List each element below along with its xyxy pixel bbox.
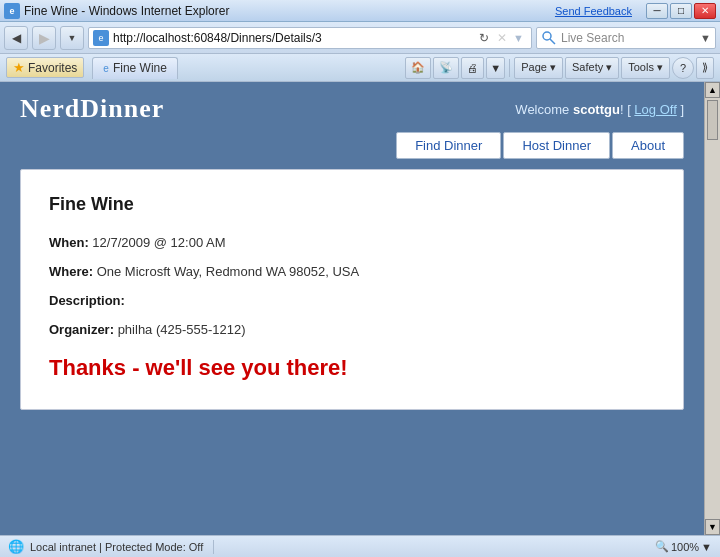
address-bar: ◀ ▶ ▼ e http://localhost:60848/Dinners/D…	[0, 22, 720, 54]
about-button[interactable]: About	[612, 132, 684, 159]
tab-fine-wine[interactable]: e Fine Wine	[92, 57, 178, 79]
svg-line-1	[550, 39, 555, 44]
tools-button[interactable]: Tools ▾	[621, 57, 670, 79]
refresh-button[interactable]: ↻	[476, 31, 492, 45]
scroll-thumb[interactable]	[707, 100, 718, 140]
nd-welcome: Welcome scottgu! [ Log Off ]	[515, 102, 684, 117]
send-feedback-link[interactable]: Send Feedback	[555, 5, 632, 17]
tab-label: Fine Wine	[113, 61, 167, 75]
toolbar-actions: 🏠 📡 🖨 ▼ Page ▾ Safety ▾ Tools ▾ ? ⟫	[405, 57, 714, 79]
scroll-down-button[interactable]: ▼	[705, 519, 720, 535]
when-value: 12/7/2009 @ 12:00 AM	[92, 235, 225, 250]
organizer-value: philha (425-555-1212)	[118, 322, 246, 337]
minimize-button[interactable]: ─	[646, 3, 668, 19]
forward-button[interactable]: ▶	[32, 26, 56, 50]
welcome-suffix: !	[620, 102, 624, 117]
rsvp-message: Thanks - we'll see you there!	[49, 355, 655, 381]
stop-button[interactable]: ✕	[494, 31, 510, 45]
organizer-label: Organizer:	[49, 322, 114, 337]
page-icon: e	[93, 30, 109, 46]
expand-button[interactable]: ⟫	[696, 57, 714, 79]
nd-content-area: Fine Wine When: 12/7/2009 @ 12:00 AM Whe…	[20, 169, 684, 410]
favorites-label: Favorites	[28, 61, 77, 75]
title-bar-left: e Fine Wine - Windows Internet Explorer	[4, 3, 229, 19]
help-button[interactable]: ?	[672, 57, 694, 79]
nerd-dinner-page: NerdDinner Welcome scottgu! [ Log Off ] …	[0, 82, 704, 535]
tab-strip: e Fine Wine	[92, 57, 178, 79]
page-button[interactable]: Page ▾	[514, 57, 563, 79]
where-value: One Microsft Way, Redmond WA 98052, USA	[97, 264, 360, 279]
logoff-link[interactable]: Log Off	[634, 102, 676, 117]
organizer-field: Organizer: philha (425-555-1212)	[49, 322, 655, 337]
back-button[interactable]: ◀	[4, 26, 28, 50]
window-title: Fine Wine - Windows Internet Explorer	[24, 4, 229, 18]
tab-icon: e	[103, 63, 109, 74]
svg-point-0	[543, 32, 551, 40]
search-box[interactable]: Live Search ▼	[536, 27, 716, 49]
description-label: Description:	[49, 293, 125, 308]
zoom-chevron: ▼	[701, 541, 712, 553]
window-controls: ─ □ ✕	[646, 3, 716, 19]
zone-text: Local intranet | Protected Mode: Off	[30, 541, 203, 553]
ie-scroll-area: NerdDinner Welcome scottgu! [ Log Off ] …	[0, 82, 720, 535]
find-dinner-button[interactable]: Find Dinner	[396, 132, 501, 159]
nd-site-title: NerdDinner	[20, 94, 164, 124]
safety-button[interactable]: Safety ▾	[565, 57, 619, 79]
welcome-prefix: Welcome	[515, 102, 573, 117]
search-go-button[interactable]: ▼	[700, 32, 711, 44]
live-search-placeholder: Live Search	[561, 31, 700, 45]
ie-logo: e	[4, 3, 20, 19]
where-label: Where:	[49, 264, 93, 279]
logoff-bracket-close: ]	[677, 102, 684, 117]
recent-pages-button[interactable]: ▼	[60, 26, 84, 50]
nd-header: NerdDinner Welcome scottgu! [ Log Off ]	[0, 82, 704, 132]
where-field: Where: One Microsft Way, Redmond WA 9805…	[49, 264, 655, 279]
description-field: Description:	[49, 293, 655, 308]
dinner-title: Fine Wine	[49, 194, 655, 215]
print-button[interactable]: 🖨	[461, 57, 484, 79]
status-separator	[213, 540, 214, 554]
address-input-wrap[interactable]: e http://localhost:60848/Dinners/Details…	[88, 27, 532, 49]
rss-button[interactable]: 📡	[433, 57, 459, 79]
title-bar: e Fine Wine - Windows Internet Explorer …	[0, 0, 720, 22]
restore-button[interactable]: □	[670, 3, 692, 19]
ie-content-area: NerdDinner Welcome scottgu! [ Log Off ] …	[0, 82, 720, 535]
status-bar: 🌐 Local intranet | Protected Mode: Off 🔍…	[0, 535, 720, 557]
close-button[interactable]: ✕	[694, 3, 716, 19]
zoom-button[interactable]: 🔍 100% ▼	[655, 540, 712, 553]
address-text: http://localhost:60848/Dinners/Details/3	[113, 31, 476, 45]
host-dinner-button[interactable]: Host Dinner	[503, 132, 610, 159]
toolbar: ★ Favorites e Fine Wine 🏠 📡 🖨 ▼ Page ▾ S…	[0, 54, 720, 82]
home-button[interactable]: 🏠	[405, 57, 431, 79]
username: scottgu	[573, 102, 620, 117]
star-icon: ★	[13, 60, 25, 75]
zone-icon: 🌐	[8, 539, 24, 554]
scroll-up-button[interactable]: ▲	[705, 82, 720, 98]
nd-nav: Find Dinner Host Dinner About	[0, 132, 704, 169]
live-search-icon	[541, 30, 557, 46]
scrollbar-right[interactable]: ▲ ▼	[704, 82, 720, 535]
separator	[509, 59, 510, 77]
favorites-button[interactable]: ★ Favorites	[6, 57, 84, 78]
when-field: When: 12/7/2009 @ 12:00 AM	[49, 235, 655, 250]
status-right: 🔍 100% ▼	[655, 540, 712, 553]
zoom-icon: 🔍	[655, 540, 669, 553]
print-menu-button[interactable]: ▼	[486, 57, 505, 79]
when-label: When:	[49, 235, 89, 250]
zoom-level: 100%	[671, 541, 699, 553]
